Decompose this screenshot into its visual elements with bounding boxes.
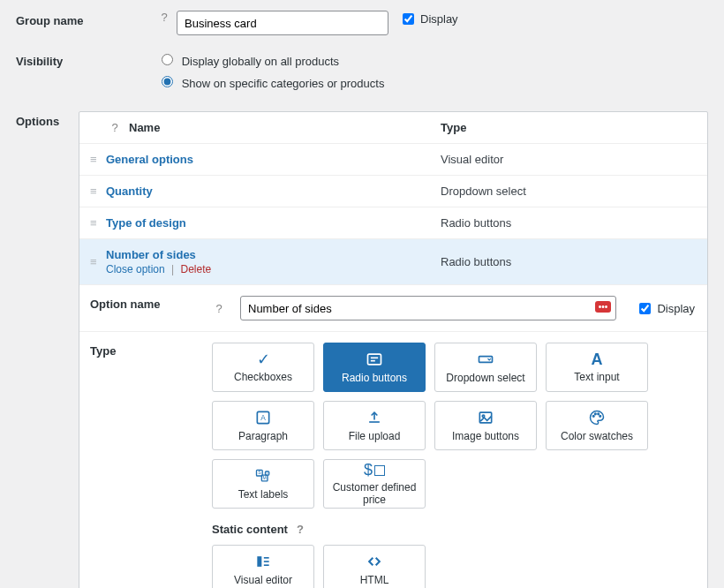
visibility-options: Display globally on all products Show on…	[157, 51, 384, 95]
svg-text:M: M	[263, 475, 267, 480]
palette-icon	[588, 409, 606, 426]
visibility-specific-radio[interactable]	[162, 76, 173, 87]
type-tile-paragraph[interactable]: A Paragraph	[212, 401, 314, 450]
svg-rect-0	[368, 354, 381, 365]
type-section-label: Type	[79, 332, 212, 588]
visibility-specific-option[interactable]: Show on specific categories or products	[157, 73, 384, 90]
svg-point-11	[595, 413, 597, 415]
option-row-expanded[interactable]: ≡ Number of sides Close option | Delete …	[79, 239, 707, 285]
option-link[interactable]: Type of design	[106, 216, 441, 230]
visibility-row: Visibility Display globally on all produ…	[16, 51, 708, 95]
drag-handle-icon[interactable]: ≡	[90, 216, 106, 230]
display-label: Display	[420, 12, 458, 26]
drag-handle-icon[interactable]: ≡	[90, 153, 106, 166]
image-icon	[477, 409, 494, 426]
svg-point-12	[598, 413, 600, 415]
type-tile-checkboxes[interactable]: ✓ Checkboxes	[212, 343, 314, 392]
price-icon: $	[364, 462, 385, 478]
svg-point-10	[592, 416, 594, 418]
type-tile-text-labels[interactable]: SML Text labels	[212, 459, 314, 509]
visibility-global-option[interactable]: Display globally on all products	[157, 51, 384, 68]
type-column-header: Type	[441, 121, 697, 134]
dropdown-icon	[477, 351, 494, 368]
type-tile-image-buttons[interactable]: Image buttons	[434, 401, 537, 450]
type-tile-radio[interactable]: Radio buttons	[323, 343, 426, 392]
visibility-global-radio[interactable]	[162, 54, 173, 65]
check-icon: ✓	[257, 351, 270, 367]
help-icon[interactable]: ?	[106, 121, 124, 134]
static-tiles: Visual editor HTML	[212, 545, 695, 588]
close-option-link[interactable]: Close option	[106, 263, 165, 275]
upload-icon	[366, 409, 383, 426]
html-icon	[366, 553, 383, 570]
option-type: Visual editor	[441, 153, 697, 166]
group-name-row: Group name ? Display	[16, 11, 708, 35]
options-panel: ? Name Type ≡ General options Visual edi…	[79, 111, 708, 588]
text-icon: A	[592, 351, 603, 367]
option-link[interactable]: General options	[106, 153, 441, 166]
visual-editor-icon	[254, 553, 272, 570]
type-tile-visual-editor[interactable]: Visual editor	[212, 545, 314, 588]
option-display-checkbox-input[interactable]	[639, 303, 651, 314]
options-label: Options	[16, 111, 79, 128]
option-name-input[interactable]	[240, 296, 616, 320]
type-tile-html[interactable]: HTML	[323, 545, 426, 588]
group-name-label: Group name	[16, 11, 157, 27]
help-icon[interactable]: ?	[293, 523, 307, 536]
visibility-label: Visibility	[16, 51, 157, 68]
type-tile-dropdown[interactable]: Dropdown select	[434, 343, 537, 392]
svg-text:S: S	[258, 470, 261, 475]
options-table-header: ? Name Type	[79, 112, 707, 144]
svg-text:A: A	[260, 413, 266, 422]
paragraph-icon: A	[254, 409, 272, 426]
option-row[interactable]: ≡ General options Visual editor	[79, 144, 707, 176]
group-display-checkbox[interactable]: Display	[399, 11, 458, 27]
type-tile-cdp[interactable]: $ Customer defined price	[323, 459, 426, 509]
group-name-input[interactable]	[177, 11, 388, 35]
option-name-section: Option name ? ••• Display	[79, 285, 707, 332]
type-tiles: ✓ Checkboxes Radio buttons Dropdown sele…	[212, 343, 695, 509]
options-row: Options ? Name Type ≡ General options Vi…	[16, 111, 708, 588]
option-row[interactable]: ≡ Quantity Dropdown select	[79, 176, 707, 207]
option-type: Radio buttons	[441, 255, 697, 268]
type-tile-text[interactable]: A Text input	[546, 343, 648, 392]
type-tile-swatches[interactable]: Color swatches	[546, 401, 648, 450]
static-content-label: Static content ?	[212, 523, 695, 536]
type-tile-upload[interactable]: File upload	[323, 401, 426, 450]
svg-text:L: L	[267, 471, 268, 475]
lastpass-icon[interactable]: •••	[595, 301, 612, 313]
delete-option-link[interactable]: Delete	[181, 263, 212, 275]
option-row[interactable]: ≡ Type of design Radio buttons	[79, 207, 707, 239]
option-link[interactable]: Quantity	[106, 185, 441, 198]
help-icon[interactable]: ?	[157, 11, 171, 24]
name-column-header: Name	[129, 121, 441, 134]
drag-handle-icon[interactable]: ≡	[90, 185, 106, 198]
option-type: Dropdown select	[441, 185, 697, 198]
option-type: Radio buttons	[441, 216, 697, 230]
svg-point-13	[600, 416, 601, 418]
drag-handle-icon[interactable]: ≡	[90, 255, 106, 268]
option-display-checkbox[interactable]: Display	[636, 300, 695, 317]
group-display-checkbox-input[interactable]	[403, 13, 414, 25]
radio-icon	[366, 351, 383, 368]
text-labels-icon: SML	[254, 467, 272, 485]
row-actions: Close option | Delete	[106, 263, 441, 275]
help-icon[interactable]: ?	[212, 302, 226, 315]
option-link[interactable]: Number of sides	[106, 248, 441, 261]
option-name-label: Option name	[79, 285, 212, 331]
svg-rect-20	[257, 556, 261, 567]
type-section: Type ✓ Checkboxes Radio buttons Dropdown…	[79, 332, 707, 588]
